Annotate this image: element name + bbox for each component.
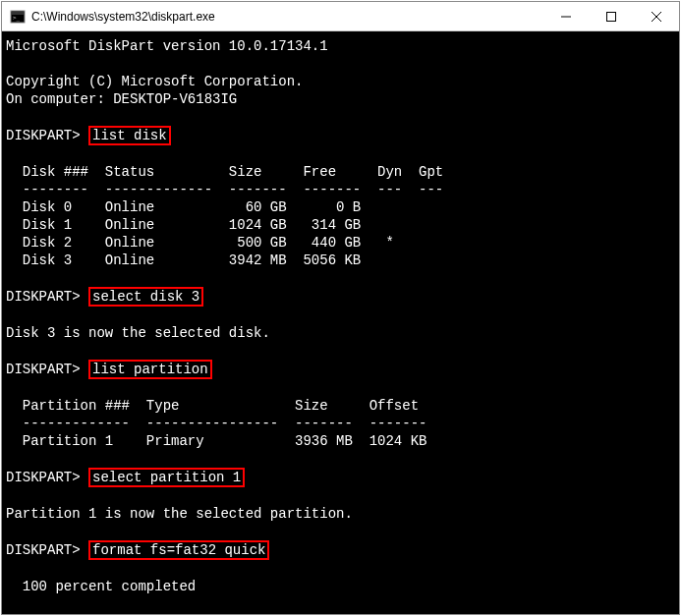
svg-text:>_: >_ bbox=[13, 14, 21, 22]
partition-table-divider: ------------- ---------------- ------- -… bbox=[6, 416, 426, 431]
copyright-line: Copyright (C) Microsoft Corporation. bbox=[6, 74, 303, 89]
version-line: Microsoft DiskPart version 10.0.17134.1 bbox=[6, 38, 328, 54]
prompt: DISKPART> bbox=[6, 542, 81, 558]
app-icon: >_ bbox=[10, 9, 26, 25]
maximize-button[interactable] bbox=[589, 2, 634, 30]
terminal-output[interactable]: Microsoft DiskPart version 10.0.17134.1 … bbox=[2, 31, 679, 614]
svg-rect-4 bbox=[607, 12, 616, 21]
msg-select-partition: Partition 1 is now the selected partitio… bbox=[6, 506, 353, 522]
app-window: >_ C:\Windows\system32\diskpart.exe Micr… bbox=[1, 1, 680, 615]
window-title: C:\Windows\system32\diskpart.exe bbox=[31, 10, 543, 24]
command-format: format fs=fat32 quick bbox=[88, 540, 269, 560]
titlebar: >_ C:\Windows\system32\diskpart.exe bbox=[2, 2, 679, 31]
disk-table-divider: -------- ------------- ------- ------- -… bbox=[6, 182, 443, 197]
partition-row: Partition 1 Primary 3936 MB 1024 KB bbox=[6, 433, 426, 449]
minimize-button[interactable] bbox=[543, 2, 589, 30]
computer-line: On computer: DESKTOP-V6183IG bbox=[6, 91, 237, 107]
disk-table-header: Disk ### Status Size Free Dyn Gpt bbox=[6, 164, 443, 180]
prompt: DISKPART> bbox=[6, 289, 81, 305]
disk-row: Disk 1 Online 1024 GB 314 GB bbox=[6, 217, 361, 233]
command-list-disk: list disk bbox=[88, 126, 171, 145]
disk-row: Disk 2 Online 500 GB 440 GB * bbox=[6, 235, 394, 251]
msg-format-progress: 100 percent completed bbox=[6, 579, 196, 594]
disk-row: Disk 0 Online 60 GB 0 B bbox=[6, 199, 361, 215]
close-button[interactable] bbox=[634, 2, 679, 30]
prompt: DISKPART> bbox=[6, 470, 81, 485]
prompt: DISKPART> bbox=[6, 128, 81, 143]
partition-table-header: Partition ### Type Size Offset bbox=[6, 398, 419, 414]
command-select-partition: select partition 1 bbox=[88, 468, 245, 487]
msg-select-disk: Disk 3 is now the selected disk. bbox=[6, 325, 270, 341]
disk-row: Disk 3 Online 3942 MB 5056 KB bbox=[6, 252, 361, 268]
command-list-partition: list partition bbox=[88, 360, 212, 379]
command-select-disk: select disk 3 bbox=[88, 287, 203, 307]
window-controls bbox=[543, 2, 679, 30]
prompt: DISKPART> bbox=[6, 362, 81, 377]
